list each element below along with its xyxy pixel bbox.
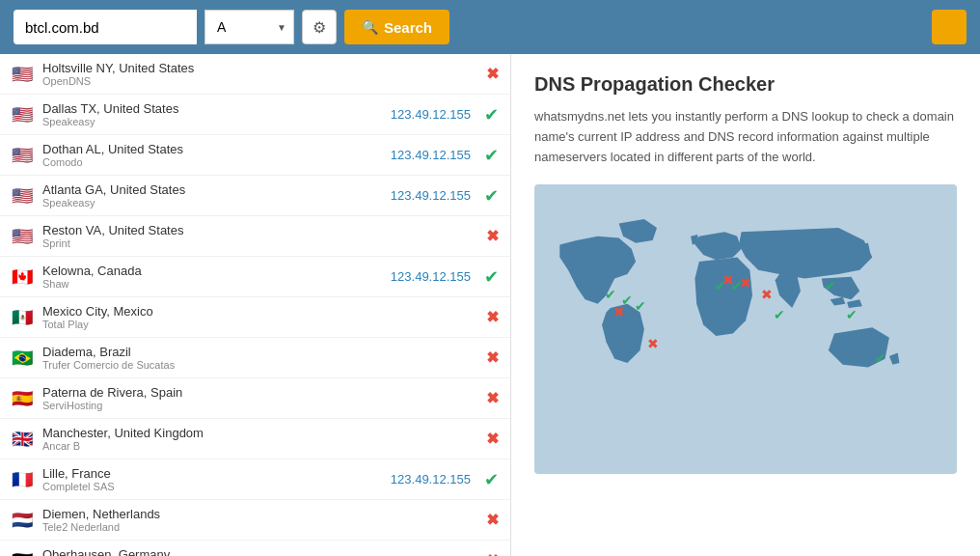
location-info: Dothan AL, United StatesComodo — [42, 142, 383, 168]
location-info: Mexico City, MexicoTotal Play — [42, 304, 478, 330]
search-label: Search — [384, 19, 432, 36]
isp-name: Ancar B — [42, 440, 478, 452]
location-info: Manchester, United KingdomAncar B — [42, 426, 478, 452]
location-info: Diemen, NetherlandsTele2 Nederland — [42, 507, 478, 533]
header: btcl.com.bd AAAAAMXCNAMETXTNSSOA ▼ ⚙ 🔍 S… — [0, 0, 980, 54]
isp-name: Completel SAS — [42, 481, 383, 492]
location-info: Reston VA, United StatesSprint — [42, 223, 478, 249]
status-badge: ✖ — [486, 430, 499, 448]
extra-button[interactable] — [932, 10, 966, 44]
ip-address: 123.49.12.155 — [391, 188, 471, 203]
map-marker: ✔ — [774, 308, 785, 321]
isp-name: ServiHosting — [42, 400, 478, 411]
description-text: whatsmydns.net lets you instantly perfor… — [534, 107, 957, 167]
location-info: Holtsville NY, United StatesOpenDNS — [42, 61, 478, 87]
record-type-select[interactable]: AAAAAMXCNAMETXTNSSOA — [204, 10, 294, 44]
isp-name: OpenDNS — [42, 75, 478, 87]
dns-results-panel: 🇺🇸Holtsville NY, United StatesOpenDNS✖🇺🇸… — [0, 54, 511, 556]
status-badge: ✖ — [486, 511, 499, 529]
table-row: 🇩🇪Oberhausen, GermanyDeutsche Telekom✖ — [0, 541, 510, 556]
isp-name: Total Play — [42, 319, 478, 330]
status-badge: ✖ — [486, 551, 499, 556]
country-flag: 🇺🇸 — [12, 145, 35, 166]
country-flag: 🇬🇧 — [12, 429, 35, 450]
country-flag: 🇫🇷 — [12, 469, 35, 490]
ip-address: 123.49.12.155 — [391, 269, 471, 284]
settings-button[interactable]: ⚙ — [302, 10, 337, 44]
location-name: Dallas TX, United States — [42, 101, 383, 116]
table-row: 🇪🇸Paterna de Rivera, SpainServiHosting✖ — [0, 378, 510, 419]
status-badge: ✔ — [484, 104, 499, 125]
table-row: 🇧🇷Diadema, BrazilTrufer Comercio de Suca… — [0, 338, 510, 378]
location-name: Lille, France — [42, 466, 383, 481]
map-marker: ✔ — [635, 299, 646, 313]
location-name: Atlanta GA, United States — [42, 182, 383, 197]
location-name: Diadema, Brazil — [42, 345, 478, 359]
gear-icon: ⚙ — [313, 18, 326, 37]
status-badge: ✖ — [486, 308, 499, 326]
status-badge: ✔ — [484, 145, 499, 166]
status-badge: ✖ — [486, 227, 499, 245]
location-name: Manchester, United Kingdom — [42, 426, 478, 440]
country-flag: 🇩🇪 — [12, 550, 35, 557]
country-flag: 🇲🇽 — [12, 307, 35, 328]
ip-address: 123.49.12.155 — [391, 107, 471, 122]
map-svg — [534, 184, 957, 474]
location-info: Atlanta GA, United StatesSpeakeasy — [42, 182, 383, 208]
main-content: 🇺🇸Holtsville NY, United StatesOpenDNS✖🇺🇸… — [0, 54, 980, 556]
location-name: Kelowna, Canada — [42, 264, 383, 278]
table-row: 🇺🇸Dothan AL, United StatesComodo123.49.1… — [0, 135, 510, 176]
ip-address: 123.49.12.155 — [391, 472, 471, 486]
isp-name: Trufer Comercio de Sucatas — [42, 359, 478, 371]
map-marker: ✔ — [846, 308, 858, 321]
status-badge: ✔ — [484, 469, 499, 490]
map-marker: ✔ — [825, 279, 836, 292]
search-button[interactable]: 🔍 Search — [344, 10, 449, 44]
location-name: Diemen, Netherlands — [42, 507, 478, 521]
country-flag: 🇺🇸 — [12, 185, 35, 207]
table-row: 🇬🇧Manchester, United KingdomAncar B✖ — [0, 419, 510, 459]
table-row: 🇨🇦Kelowna, CanadaShaw123.49.12.155✔ — [0, 257, 510, 297]
map-marker: ✖ — [740, 276, 751, 290]
search-icon: 🔍 — [362, 19, 378, 35]
location-name: Reston VA, United States — [42, 223, 478, 237]
table-row: 🇺🇸Reston VA, United StatesSprint✖ — [0, 216, 510, 257]
country-flag: 🇧🇷 — [12, 348, 35, 369]
map-marker: ✔ — [605, 288, 616, 301]
world-map: ✔✔✔✖✖✔✖✔✖✖✔✔✔✔ — [534, 184, 957, 474]
map-marker: ✖ — [761, 288, 773, 301]
country-flag: 🇺🇸 — [12, 226, 35, 247]
status-badge: ✖ — [486, 65, 499, 83]
location-name: Mexico City, Mexico — [42, 304, 478, 319]
page-title: DNS Propagation Checker — [534, 73, 957, 96]
status-badge: ✔ — [484, 185, 499, 207]
location-name: Paterna de Rivera, Spain — [42, 385, 478, 400]
status-badge: ✖ — [486, 389, 499, 407]
country-flag: 🇪🇸 — [12, 388, 35, 409]
status-badge: ✖ — [486, 348, 499, 367]
isp-name: Shaw — [42, 278, 383, 290]
location-info: Paterna de Rivera, SpainServiHosting — [42, 385, 478, 411]
location-info: Oberhausen, GermanyDeutsche Telekom — [42, 547, 478, 556]
isp-name: Comodo — [42, 156, 383, 168]
isp-name: Speakeasy — [42, 116, 383, 127]
location-info: Lille, FranceCompletel SAS — [42, 466, 383, 492]
country-flag: 🇳🇱 — [12, 510, 35, 531]
map-marker: ✖ — [647, 337, 659, 350]
country-flag: 🇨🇦 — [12, 266, 35, 288]
info-panel: DNS Propagation Checker whatsmydns.net l… — [511, 54, 980, 556]
table-row: 🇺🇸Holtsville NY, United StatesOpenDNS✖ — [0, 54, 510, 95]
map-marker: ✖ — [613, 305, 625, 319]
table-row: 🇳🇱Diemen, NetherlandsTele2 Nederland✖ — [0, 500, 510, 541]
table-row: 🇲🇽Mexico City, MexicoTotal Play✖ — [0, 297, 510, 338]
location-info: Kelowna, CanadaShaw — [42, 264, 383, 290]
table-row: 🇫🇷Lille, FranceCompletel SAS123.49.12.15… — [0, 459, 510, 500]
map-marker: ✔ — [875, 351, 886, 365]
ip-address: 123.49.12.155 — [391, 148, 471, 162]
isp-name: Speakeasy — [42, 197, 383, 208]
country-flag: 🇺🇸 — [12, 64, 35, 85]
domain-input[interactable]: btcl.com.bd — [14, 10, 197, 44]
table-row: 🇺🇸Dallas TX, United StatesSpeakeasy123.4… — [0, 95, 510, 135]
location-name: Oberhausen, Germany — [42, 547, 478, 556]
location-name: Dothan AL, United States — [42, 142, 383, 156]
